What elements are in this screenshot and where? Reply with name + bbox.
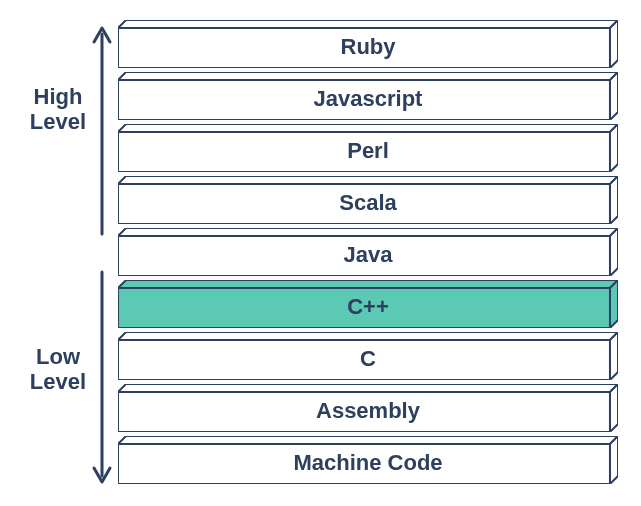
label-level-1: Level: [30, 109, 86, 134]
label-low-level: Low Level: [28, 344, 88, 395]
layer-label: C: [118, 332, 618, 380]
label-low: Low: [36, 344, 80, 369]
layer-label: Java: [118, 228, 618, 276]
layer-block: C++: [118, 280, 618, 328]
layer-label: Perl: [118, 124, 618, 172]
label-high-level: High Level: [28, 84, 88, 135]
layer-label: C++: [118, 280, 618, 328]
layer-label: Ruby: [118, 20, 618, 68]
label-level-2: Level: [30, 369, 86, 394]
layer-label: Javascript: [118, 72, 618, 120]
arrow-column: [88, 20, 118, 490]
layer-label: Machine Code: [118, 436, 618, 484]
level-labels: High Level Low Level: [28, 20, 88, 490]
label-high: High: [34, 84, 83, 109]
layer-block: Assembly: [118, 384, 618, 432]
layer-block: Ruby: [118, 20, 618, 68]
layer-block: Perl: [118, 124, 618, 172]
language-stack: Ruby Javascript Perl Scala Java: [118, 20, 618, 484]
layer-label: Assembly: [118, 384, 618, 432]
layer-label: Scala: [118, 176, 618, 224]
vertical-axis-arrows: [88, 20, 118, 490]
diagram-root: High Level Low Level Ruby: [28, 20, 618, 490]
layer-block: Scala: [118, 176, 618, 224]
layer-block: Java: [118, 228, 618, 276]
layer-block: Machine Code: [118, 436, 618, 484]
layer-block: Javascript: [118, 72, 618, 120]
layer-block: C: [118, 332, 618, 380]
